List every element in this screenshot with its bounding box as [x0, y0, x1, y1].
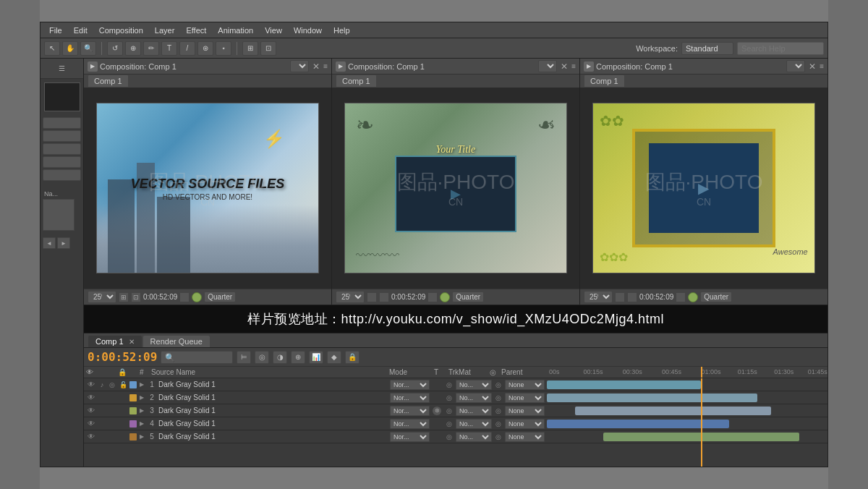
- layer-parent-icon-5[interactable]: ◎: [493, 433, 503, 441]
- timeline-tab-render[interactable]: Render Queue: [142, 335, 210, 347]
- nav-btn-left[interactable]: ◄: [43, 237, 56, 249]
- tl-btn-solo[interactable]: ◎: [255, 351, 269, 364]
- grid-btn[interactable]: ⊡: [260, 41, 276, 56]
- comp-tab-1[interactable]: Comp 1: [88, 75, 129, 88]
- layer-expand-1[interactable]: ▶: [138, 381, 145, 388]
- playhead[interactable]: [701, 367, 702, 378]
- tl-btn-markers[interactable]: ◆: [327, 351, 341, 364]
- pen-tool-btn[interactable]: ✏: [143, 41, 159, 56]
- left-panel-toggle[interactable]: ☰: [41, 59, 83, 79]
- layer-mode-3[interactable]: Nor...: [390, 406, 430, 416]
- comp-viewport-2[interactable]: ❧ ❧ Your Title ▶ 〰〰〰 图品·PHOTO CN: [332, 88, 579, 289]
- comp-grid-btn-1[interactable]: ⊡: [131, 292, 141, 302]
- zoom-tool-btn[interactable]: 🔍: [80, 41, 96, 56]
- menu-composition[interactable]: Composition: [94, 25, 148, 36]
- layer-trkmat-icon-2[interactable]: ◎: [444, 394, 454, 401]
- layer-t-3[interactable]: ⊛: [431, 407, 443, 415]
- comp-grid-btn-2[interactable]: [379, 292, 389, 302]
- menu-help[interactable]: Help: [328, 25, 355, 36]
- layer-audio-1[interactable]: ♪: [98, 380, 106, 389]
- track-row-3[interactable]: [547, 404, 827, 417]
- timeline-tab-comp-close[interactable]: ✕: [129, 338, 135, 346]
- comp-panel-3-menu[interactable]: ≡: [820, 62, 824, 70]
- layer-parent-1[interactable]: None: [505, 380, 545, 390]
- layer-solo-1[interactable]: ◎: [108, 380, 116, 389]
- mini-btn-1[interactable]: [43, 117, 81, 129]
- tl-btn-frame-blend[interactable]: ⊕: [291, 351, 305, 364]
- layer-expand-4[interactable]: ▶: [138, 420, 145, 428]
- comp-tab-2[interactable]: Comp 1: [336, 75, 377, 88]
- comp-fit-btn-1[interactable]: ⊞: [119, 292, 129, 302]
- layer-parent-2[interactable]: None: [505, 393, 545, 403]
- layer-trkmat-icon-3[interactable]: ◎: [444, 407, 454, 414]
- layer-trkmat-icon-5[interactable]: ◎: [444, 433, 454, 441]
- track-row-5[interactable]: [547, 430, 827, 443]
- menu-edit[interactable]: Edit: [69, 25, 93, 36]
- layer-trkmat-2[interactable]: No...: [456, 393, 492, 403]
- layer-parent-4[interactable]: None: [505, 419, 545, 429]
- comp-panel-1-close[interactable]: ✕: [311, 61, 321, 72]
- layer-audio-4[interactable]: [98, 420, 106, 428]
- layer-expand-5[interactable]: ▶: [138, 433, 145, 441]
- comp-zoom-1[interactable]: 25%: [88, 291, 116, 303]
- mini-btn-4[interactable]: [43, 156, 81, 168]
- tl-btn-graph[interactable]: 📊: [309, 351, 323, 364]
- snap-btn[interactable]: ⊞: [242, 41, 258, 56]
- layer-trkmat-3[interactable]: No...: [456, 406, 492, 416]
- comp-cam-btn-1[interactable]: [179, 292, 190, 302]
- timeline-tab-comp[interactable]: Comp 1 ✕: [88, 335, 142, 347]
- layer-solo-4[interactable]: [108, 420, 116, 428]
- layer-parent-icon-3[interactable]: ◎: [493, 407, 503, 414]
- layer-lock-2[interactable]: [118, 394, 128, 402]
- tl-btn-goto-in[interactable]: ⊨: [237, 351, 251, 364]
- comp-qual-1[interactable]: Quarter: [204, 292, 236, 302]
- layer-expand-2[interactable]: ▶: [138, 394, 145, 401]
- menu-layer[interactable]: Layer: [150, 25, 180, 36]
- menu-view[interactable]: View: [260, 25, 287, 36]
- puppet-tool-btn[interactable]: ⋆: [216, 41, 231, 56]
- layer-parent-icon-1[interactable]: ◎: [493, 380, 503, 389]
- timeline-search-input[interactable]: [161, 351, 233, 364]
- comp-viewport-3[interactable]: ✿✿ ✿✿✿ ▶ Awesome 图品·PHOTO: [580, 88, 827, 289]
- menu-animation[interactable]: Animation: [213, 25, 258, 36]
- comp-panel-1-dropdown[interactable]: [290, 60, 309, 72]
- hand-tool-btn[interactable]: ✋: [62, 41, 78, 56]
- comp-color-btn-3[interactable]: [688, 292, 698, 302]
- comp-color-btn-2[interactable]: [440, 292, 450, 302]
- layer-eye-3[interactable]: 👁: [86, 406, 96, 416]
- nav-btn-right[interactable]: ►: [57, 237, 70, 249]
- layer-parent-5[interactable]: None: [505, 432, 545, 442]
- tl-btn-locks[interactable]: 🔒: [345, 351, 359, 364]
- rotate-tool-btn[interactable]: ↺: [107, 41, 123, 56]
- layer-expand-3[interactable]: ▶: [138, 407, 145, 414]
- layer-trkmat-4[interactable]: No...: [456, 419, 492, 429]
- layer-lock-3[interactable]: [118, 407, 128, 415]
- layer-audio-3[interactable]: [98, 407, 106, 415]
- layer-mode-1[interactable]: Nor...: [390, 380, 430, 390]
- layer-mode-4[interactable]: Nor...: [390, 419, 430, 429]
- comp-fit-btn-2[interactable]: [367, 292, 377, 302]
- workspace-dropdown[interactable]: Standard: [681, 42, 733, 55]
- clone-tool-btn[interactable]: ⊛: [197, 41, 213, 56]
- layer-t-1[interactable]: [431, 380, 443, 389]
- layer-parent-icon-2[interactable]: ◎: [493, 394, 503, 401]
- track-row-2[interactable]: [547, 391, 827, 404]
- comp-viewport-1[interactable]: VECTOR SOURCE FILES HD VECTORS AND MORE!…: [84, 88, 331, 289]
- layer-trkmat-icon-1[interactable]: ◎: [444, 380, 454, 389]
- layer-solo-2[interactable]: [108, 394, 116, 402]
- comp-cam-btn-3[interactable]: [676, 292, 686, 302]
- layer-lock-4[interactable]: [118, 420, 128, 428]
- mini-btn-2[interactable]: [43, 130, 81, 142]
- layer-parent-icon-4[interactable]: ◎: [493, 420, 503, 428]
- layer-mode-2[interactable]: Nor...: [390, 393, 430, 403]
- layer-solo-5[interactable]: [108, 433, 116, 441]
- search-help-input[interactable]: [737, 42, 824, 55]
- tl-btn-motion-blur[interactable]: ◑: [273, 351, 287, 364]
- comp-zoom-3[interactable]: 25%: [584, 291, 613, 303]
- mini-btn-5[interactable]: [43, 169, 81, 181]
- comp-panel-2-close[interactable]: ✕: [559, 61, 569, 72]
- selection-tool-btn[interactable]: ↖: [44, 41, 60, 56]
- layer-mode-5[interactable]: Nor...: [390, 432, 430, 442]
- layer-trkmat-icon-4[interactable]: ◎: [444, 420, 454, 428]
- layer-trkmat-1[interactable]: No...: [456, 380, 492, 390]
